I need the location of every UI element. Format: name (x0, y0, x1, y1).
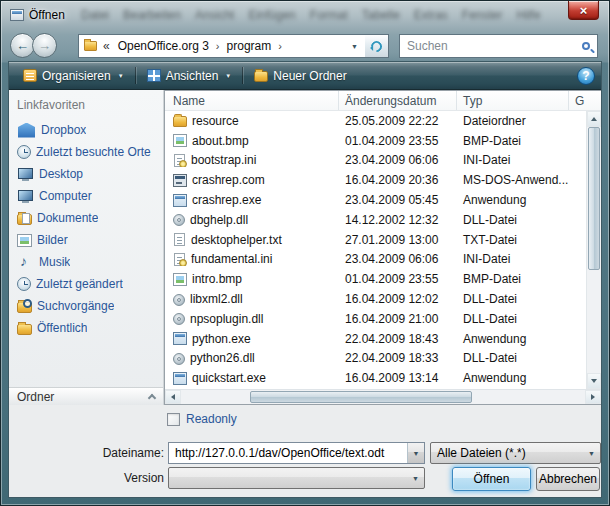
breadcrumb-segment[interactable]: program (225, 39, 274, 53)
refresh-button[interactable] (365, 34, 389, 58)
file-row[interactable]: bootstrap.ini23.04.2009 06:06INI-Datei (165, 151, 601, 171)
file-row[interactable]: about.bmp01.04.2009 23:55BMP-Datei (165, 131, 601, 151)
bmp-icon (173, 273, 187, 286)
file-date: 16.04.2009 20:36 (339, 173, 457, 187)
dropbox-icon (18, 123, 35, 138)
version-dropdown-button[interactable]: ▼ (407, 468, 424, 488)
new-folder-button[interactable]: Neuer Ordner (246, 64, 354, 88)
sidebar-item-searches[interactable]: Suchvorgänge (9, 295, 163, 317)
file-name-cell: dbghelp.dll (165, 213, 339, 227)
titlebar[interactable]: DateiBearbeitenAnsichtEinfügenFormatTabe… (1, 1, 609, 30)
file-type: Dateiordner (457, 114, 569, 128)
dialog-body: Organisieren ▼ Ansichten ▼ Neuer Ordner … (8, 61, 602, 498)
forward-button[interactable]: → (32, 33, 57, 58)
filetype-combobox[interactable]: Alle Dateien (*.*) ▼ (430, 442, 601, 464)
organize-button[interactable]: Organisieren ▼ (15, 64, 132, 88)
list-header: NameÄnderungsdatumTypG (165, 91, 601, 111)
searches-icon (17, 302, 32, 313)
sidebar-item-recent-places[interactable]: Zuletzt besuchte Orte (9, 141, 163, 163)
help-icon: ? (582, 69, 589, 83)
filename-value[interactable]: http://127.0.0.1/dav/OpenOffice/text.odt (169, 446, 407, 460)
background-menu-item: Einfügen (248, 8, 295, 22)
file-type: Anwendung (457, 371, 569, 385)
file-name: bootstrap.ini (191, 153, 256, 167)
pictures-icon (17, 234, 32, 247)
desktop-icon (17, 167, 34, 182)
window-icon (10, 9, 24, 21)
sidebar-item-pictures[interactable]: Bilder (9, 229, 163, 251)
horizontal-scrollbar[interactable] (165, 389, 601, 404)
file-row[interactable]: python26.dll22.04.2009 18:33DLL-Datei (165, 349, 601, 369)
address-dropdown-icon[interactable]: ▼ (351, 43, 360, 50)
breadcrumb-separator-icon[interactable]: › (277, 40, 283, 52)
file-row[interactable]: intro.bmp01.04.2009 23:55BMP-Datei (165, 269, 601, 289)
readonly-checkbox[interactable] (167, 413, 180, 426)
column-header-g[interactable]: G (569, 91, 601, 110)
file-row[interactable]: crashrep.com16.04.2009 20:36MS-DOS-Anwen… (165, 170, 601, 190)
file-date: 01.04.2009 23:55 (339, 272, 457, 286)
file-name-cell: libxml2.dll (165, 292, 339, 306)
scroll-up-button[interactable] (587, 111, 601, 127)
filetype-dropdown-button[interactable]: ▼ (583, 443, 600, 463)
file-rows-viewport: resource25.05.2009 22:22Dateiordnerabout… (165, 111, 601, 389)
file-date: 01.04.2009 23:55 (339, 134, 457, 148)
file-name: fundamental.ini (191, 252, 272, 266)
horizontal-scroll-thumb[interactable] (250, 391, 472, 403)
dialog-footer: Readonly Dateiname: http://127.0.0.1/dav… (9, 405, 601, 497)
file-type: BMP-Datei (457, 272, 569, 286)
file-row[interactable]: dbghelp.dll14.12.2002 12:32DLL-Datei (165, 210, 601, 230)
sidebar-item-dropbox[interactable]: Dropbox (9, 119, 163, 141)
cancel-button[interactable]: Abbrechen (536, 467, 600, 491)
vertical-scroll-track[interactable] (587, 127, 601, 373)
file-name-cell: fundamental.ini (165, 252, 339, 266)
sidebar-item-computer[interactable]: Computer (9, 185, 163, 207)
file-row[interactable]: resource25.05.2009 22:22Dateiordner (165, 111, 601, 131)
file-name: crashrep.com (192, 173, 265, 187)
open-button[interactable]: Öffnen (452, 467, 531, 491)
sidebar-item-music[interactable]: Musik (9, 251, 163, 273)
views-button[interactable]: Ansichten ▼ (139, 64, 240, 88)
version-combobox[interactable]: ▼ (168, 467, 425, 489)
file-date: 14.12.2002 12:32 (339, 213, 457, 227)
recently-changed-icon (17, 277, 31, 291)
file-row[interactable]: python.exe22.04.2009 18:43Anwendung (165, 329, 601, 349)
search-input[interactable]: Suchen (399, 34, 598, 58)
file-name: npsoplugin.dll (190, 312, 263, 326)
file-name: dbghelp.dll (190, 213, 248, 227)
scroll-down-button[interactable] (587, 373, 601, 389)
column-header-name[interactable]: Name (165, 91, 339, 110)
file-row[interactable]: desktophelper.txt27.01.2009 13:00TXT-Dat… (165, 230, 601, 250)
scroll-left-button[interactable] (165, 390, 181, 404)
column-header-typ[interactable]: Typ (457, 91, 569, 110)
file-name: crashrep.exe (192, 193, 261, 207)
sidebar-item-desktop[interactable]: Desktop (9, 163, 163, 185)
vertical-scrollbar[interactable] (586, 111, 601, 389)
sidebar-item-public[interactable]: Öffentlich (9, 317, 163, 339)
file-row[interactable]: libxml2.dll16.04.2009 12:02DLL-Datei (165, 289, 601, 309)
filename-dropdown-button[interactable]: ▼ (407, 443, 424, 463)
breadcrumb-overflow[interactable]: « (101, 39, 112, 53)
ini-icon (174, 253, 185, 266)
file-row[interactable]: crashrep.exe23.04.2009 05:45Anwendung (165, 190, 601, 210)
file-row[interactable]: fundamental.ini23.04.2009 06:06INI-Datei (165, 250, 601, 270)
breadcrumb-segment[interactable]: OpenOffice.org 3 (116, 39, 211, 53)
sidebar-item-recently-changed[interactable]: Zuletzt geändert (9, 273, 163, 295)
help-button[interactable]: ? (577, 67, 595, 85)
close-button[interactable]: × (568, 1, 599, 20)
close-icon: × (580, 4, 588, 17)
file-date: 22.04.2009 18:33 (339, 351, 457, 365)
file-row[interactable]: npsoplugin.dll16.04.2009 21:00DLL-Datei (165, 309, 601, 329)
filename-combobox[interactable]: http://127.0.0.1/dav/OpenOffice/text.odt… (168, 442, 425, 464)
scroll-right-button[interactable] (585, 390, 601, 404)
column-header-aenderungsdatum[interactable]: Änderungsdatum (339, 91, 457, 110)
background-menu-item: Fenster (462, 8, 503, 22)
file-row[interactable]: quickstart.exe16.04.2009 13:14Anwendung (165, 368, 601, 388)
address-bar[interactable]: « OpenOffice.org 3 › program › ▼ (78, 34, 366, 58)
horizontal-scroll-track[interactable] (181, 390, 585, 404)
sidebar-item-documents[interactable]: Dokumente (9, 207, 163, 229)
vertical-scroll-thumb[interactable] (588, 127, 600, 270)
sidebar-item-label: Öffentlich (37, 321, 87, 335)
file-type: DLL-Datei (457, 213, 569, 227)
breadcrumb-separator-icon[interactable]: › (215, 40, 221, 52)
folders-expander[interactable]: Ordner (9, 387, 163, 405)
